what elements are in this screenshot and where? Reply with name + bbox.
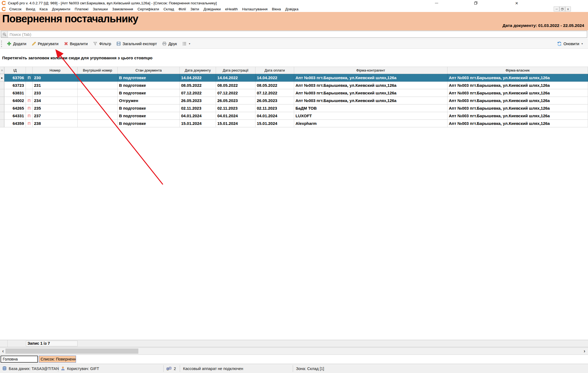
menu-item-6[interactable]: Залишки [90, 7, 110, 12]
table-row-4[interactable]: 64002П234Отгружен26.05.202326.05.202326.… [0, 97, 588, 104]
menu-item-11[interactable]: Звіти [188, 7, 201, 12]
column-header-pay_date[interactable]: Дата оплати [255, 67, 294, 74]
table-row-5[interactable]: 64265П235В подготовке02.11.202302.11.202… [0, 104, 588, 112]
menu-item-1[interactable]: Список [7, 7, 24, 12]
chevron-down-icon: ▾ [189, 42, 190, 45]
export-button[interactable]: Загальний експорт [114, 40, 159, 47]
printer-icon [162, 41, 167, 46]
search-bar [1, 31, 587, 38]
cell-internal-number [78, 82, 118, 89]
minimize-button[interactable] [432, 0, 441, 6]
row-indicator [0, 82, 4, 89]
column-header-status[interactable]: Стан документа [118, 67, 180, 74]
tab-home[interactable]: Головна [1, 356, 38, 363]
table-row-2[interactable]: 63723231В подготовке08.05.202208.05.2022… [0, 82, 588, 89]
cell-status: Отгружен [118, 97, 180, 104]
cell-status: В подготовке [118, 104, 180, 112]
mdi-close-button[interactable]: x [565, 7, 571, 11]
cell-status: В подготовке [118, 89, 180, 97]
column-header-number[interactable]: Номер [33, 67, 78, 74]
mdi-restore-button[interactable] [559, 7, 565, 11]
cell-pay-date: 15.01.2024 [255, 120, 294, 127]
cell-internal-number [78, 97, 118, 104]
cell-doc-date: 15.01.2024 [180, 120, 216, 127]
cell-status: В подготовке [118, 120, 180, 127]
restore-button[interactable] [471, 0, 481, 6]
app-logo-icon [2, 1, 6, 5]
close-button[interactable]: × [512, 0, 522, 6]
cell-number: 234 [33, 97, 78, 104]
cell-reg-date: 15.01.2024 [216, 120, 255, 127]
cell-reg-date: 02.11.2023 [216, 104, 255, 112]
statusbar-database: База даних: TASA3@TITAN [2, 364, 59, 373]
cell-pay-date: 04.01.2024 [255, 112, 294, 120]
menu-item-9[interactable]: Склад [161, 7, 176, 12]
table-row-6[interactable]: 64331П237В подготовке04.01.202404.01.202… [0, 112, 588, 120]
toolbar-grip[interactable] [1, 41, 3, 47]
grid-header-row: ≡ІДНомерВнутрішній номерСтан документаДа… [0, 67, 588, 74]
delete-button[interactable]: Видалити [62, 40, 90, 47]
columns-button[interactable]: ▾ [180, 40, 192, 47]
column-header-internal[interactable]: Внутрішній номер [78, 67, 118, 74]
menu-item-7[interactable]: Замовлення [110, 7, 135, 12]
refresh-button[interactable]: Оновити ▾ [555, 40, 585, 47]
print-button[interactable]: Друк [160, 40, 179, 47]
export-button-label: Загальний експорт [123, 42, 157, 46]
cell-p-flag: П [26, 104, 33, 112]
table-row-3[interactable]: 63831233В подготовке07.12.202207.12.2022… [0, 89, 588, 97]
edit-button[interactable]: Редагувати [30, 40, 60, 47]
menu-item-10[interactable]: Філії [176, 7, 188, 12]
group-by-hint: Перетягніть заголовок колонки сюди для у… [2, 56, 153, 60]
scroll-left-arrow[interactable]: ‹ [1, 348, 5, 354]
mdi-minimize-button[interactable] [554, 7, 559, 11]
cell-id: 64359 [4, 120, 26, 127]
horizontal-scrollbar: ‹ › [0, 347, 588, 355]
column-header-contractor[interactable]: Фірма-контрагент [294, 67, 447, 74]
cell-pay-date: 14.04.2022 [255, 74, 294, 82]
search-input[interactable] [8, 31, 587, 38]
record-count: Запис 1 із 7 [26, 341, 78, 346]
cell-id: 63706 [4, 74, 26, 82]
table-row-7[interactable]: 64359П238В подготовке15.01.202415.01.202… [0, 120, 588, 127]
cell-pay-date: 08.05.2022 [255, 82, 294, 89]
menu-item-16[interactable]: Довідка [283, 7, 301, 12]
cell-contractor: Апт №003 пгт.Барышевка, ул.Киевский шлях… [294, 89, 447, 97]
menu-item-2[interactable]: Вихід [24, 7, 37, 12]
menu-item-4[interactable]: Документи [50, 7, 72, 12]
floppy-disk-icon [116, 41, 121, 46]
menu-item-12[interactable]: Довідники [201, 7, 223, 12]
menu-item-15[interactable]: Вікна [270, 7, 283, 12]
column-header-id[interactable]: ІД [4, 67, 26, 74]
chevron-down-icon: ▾ [581, 42, 583, 45]
search-button[interactable] [1, 31, 8, 38]
scrollbar-thumb[interactable] [5, 349, 138, 354]
column-header-doc_date[interactable]: Дата документу [180, 67, 216, 74]
menu-bar: СписокВихідКасаДокументиПлатежіЗалишкиЗа… [0, 6, 588, 12]
menu-item-14[interactable]: Налаштування [240, 7, 270, 12]
filter-button[interactable]: Фільтр [91, 40, 113, 47]
menu-item-3[interactable]: Каса [37, 7, 50, 12]
add-button[interactable]: Додати [5, 40, 28, 47]
cell-reg-date: 07.12.2022 [216, 89, 255, 97]
menu-item-13[interactable]: eHealth [223, 7, 240, 12]
filter-button-label: Фільтр [99, 42, 111, 46]
row-indicator [0, 120, 4, 127]
cell-internal-number [78, 74, 118, 82]
column-header-p-flag[interactable] [26, 67, 33, 74]
cell-doc-date: 14.04.2022 [180, 74, 216, 82]
column-header-reg_date[interactable]: Дата реєстрації [216, 67, 255, 74]
menu-item-5[interactable]: Платежі [72, 7, 90, 12]
cell-doc-date: 08.05.2022 [180, 82, 216, 89]
page-header: Повернення постачальнику Дата документу:… [0, 12, 588, 30]
tab-return-list[interactable]: Список: Повернення ... [39, 356, 76, 363]
cell-p-flag [26, 82, 33, 89]
cell-reg-date: 08.05.2022 [216, 82, 255, 89]
table-row-1[interactable]: ▸63706П230В подготовке14.04.202214.04.20… [0, 74, 588, 82]
cell-p-flag: П [26, 112, 33, 120]
documents-grid: ≡ІДНомерВнутрішній номерСтан документаДа… [0, 67, 588, 127]
current-row-indicator: ▸ [0, 74, 4, 82]
scroll-right-arrow[interactable]: › [582, 348, 587, 354]
column-header-owner[interactable]: Фірма-власник [447, 67, 588, 74]
menu-item-8[interactable]: Сертифікати [135, 7, 161, 12]
cell-id: 64002 [4, 97, 26, 104]
